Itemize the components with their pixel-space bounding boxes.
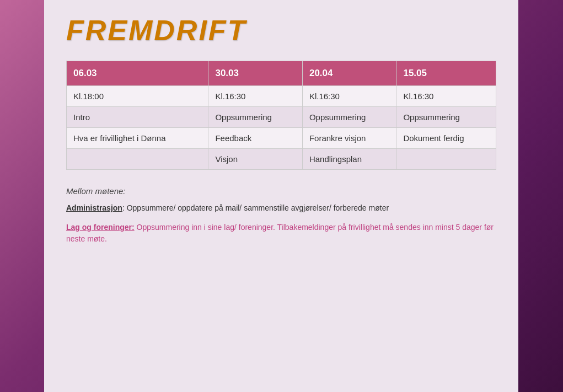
- cell-1-4: Kl.16:30: [396, 85, 496, 106]
- table-row: Visjon Handlingsplan: [67, 148, 496, 169]
- cell-4-2: Visjon: [208, 148, 303, 169]
- cell-1-3: Kl.16:30: [302, 85, 396, 106]
- header-col-1: 06.03: [67, 61, 208, 86]
- page-title: FREMDRIFT: [66, 14, 496, 47]
- header-col-2: 30.03: [208, 61, 303, 86]
- admin-section: Administrasjon: Oppsummere/ oppdatere på…: [66, 202, 496, 214]
- lag-body-text: Oppsummering inn i sine lag/ foreninger.…: [66, 223, 494, 243]
- admin-body-text: : Oppsummere/ oppdatere på mail/ sammens…: [122, 203, 389, 212]
- cell-2-2: Oppsummering: [208, 106, 303, 127]
- cell-1-1: Kl.18:00: [67, 85, 208, 106]
- below-table-section: Mellom møtene: Administrasjon: Oppsummer…: [66, 184, 496, 248]
- lag-section: Lag og foreninger: Oppsummering inn i si…: [66, 222, 496, 245]
- lag-label: Lag og foreninger:: [66, 223, 135, 232]
- between-meetings-label: Mellom møtene:: [66, 186, 496, 196]
- table-row: Hva er frivillighet i Dønna Feedback For…: [67, 127, 496, 148]
- cell-1-2: Kl.16:30: [208, 85, 303, 106]
- schedule-table: 06.03 30.03 20.04 15.05 Kl.18:00 Kl.16:3…: [66, 61, 496, 170]
- admin-label: Administrasjon: [66, 203, 122, 212]
- table-header-row: 06.03 30.03 20.04 15.05: [67, 61, 496, 86]
- cell-2-3: Oppsummering: [302, 106, 396, 127]
- cell-3-4: Dokument ferdig: [396, 127, 496, 148]
- cell-4-3: Handlingsplan: [302, 148, 396, 169]
- slide-container: FREMDRIFT 06.03 30.03 20.04 15.05 Kl.18:…: [44, 0, 518, 392]
- cell-3-3: Forankre visjon: [302, 127, 396, 148]
- cell-2-1: Intro: [67, 106, 208, 127]
- cell-4-1: [67, 148, 208, 169]
- cell-2-4: Oppsummering: [396, 106, 496, 127]
- header-col-3: 20.04: [302, 61, 396, 86]
- cell-3-1: Hva er frivillighet i Dønna: [67, 127, 208, 148]
- header-col-4: 15.05: [396, 61, 496, 86]
- table-row: Intro Oppsummering Oppsummering Oppsumme…: [67, 106, 496, 127]
- cell-4-4: [396, 148, 496, 169]
- cell-3-2: Feedback: [208, 127, 303, 148]
- table-row: Kl.18:00 Kl.16:30 Kl.16:30 Kl.16:30: [67, 85, 496, 106]
